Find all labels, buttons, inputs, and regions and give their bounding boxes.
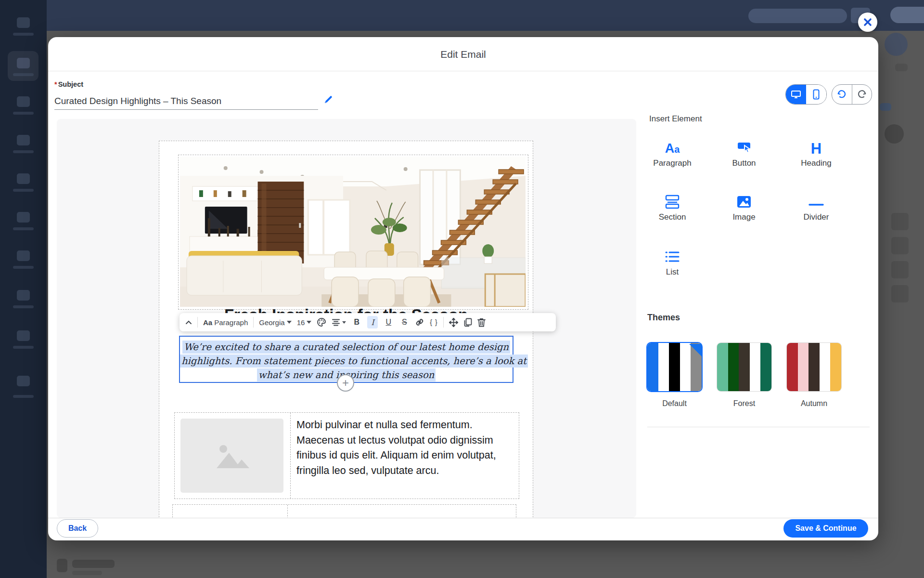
underline-button[interactable]: U xyxy=(383,316,394,328)
text-color-icon[interactable] xyxy=(317,317,326,327)
dimmed-footer-text xyxy=(72,560,115,568)
insert-element-title: Insert Element xyxy=(649,114,702,124)
column-divider xyxy=(287,505,288,518)
hero-image-block[interactable] xyxy=(178,155,528,310)
insert-divider[interactable]: Divider xyxy=(783,192,850,222)
duplicate-icon[interactable] xyxy=(463,318,472,327)
dimmed-round-button xyxy=(885,124,904,144)
paragraph-line: We’re excited to share a curated selecti… xyxy=(180,340,513,354)
undo-icon[interactable] xyxy=(832,85,852,104)
paragraph-line: highlights. From statement pieces to fun… xyxy=(180,354,513,368)
theme-autumn[interactable] xyxy=(787,343,841,391)
dimmed-left-sidebar xyxy=(0,0,47,578)
edit-email-modal: Edit Email *Subject Curated Design Highl… xyxy=(48,37,878,540)
sidebar-item xyxy=(0,208,47,242)
add-element-button[interactable]: + xyxy=(337,374,354,392)
image-placeholder[interactable] xyxy=(180,419,283,493)
move-handle-icon[interactable] xyxy=(449,318,458,327)
divider-icon xyxy=(783,192,850,210)
dimmed-tool-button xyxy=(891,213,909,230)
dimmed-footer-subtext xyxy=(72,571,102,575)
italic-button[interactable]: I xyxy=(367,316,378,328)
redo-icon[interactable] xyxy=(852,85,872,104)
list-icon xyxy=(639,247,706,264)
theme-label: Autumn xyxy=(787,399,841,408)
dimmed-link xyxy=(880,103,891,111)
toolbar-divider xyxy=(253,317,254,328)
insert-heading[interactable]: H Heading xyxy=(783,138,850,168)
column-divider xyxy=(290,413,291,499)
image-text-section[interactable]: Morbi pulvinar et nulla sed fermentum. M… xyxy=(174,412,519,499)
personalization-braces-button[interactable]: { } xyxy=(430,318,437,326)
theme-forest[interactable] xyxy=(717,343,771,391)
sidebar-item xyxy=(0,92,47,126)
footer-divider xyxy=(48,518,878,518)
toolbar-divider xyxy=(197,317,198,328)
close-icon[interactable] xyxy=(858,13,877,32)
next-section-block[interactable] xyxy=(172,504,516,518)
modal-title: Edit Email xyxy=(48,49,878,60)
dimmed-tool-button xyxy=(891,285,909,302)
required-asterisk: * xyxy=(54,80,57,88)
collapse-toolbar-icon[interactable] xyxy=(185,320,192,325)
dimmed-top-bar xyxy=(47,0,924,31)
theme-label: Forest xyxy=(717,399,771,408)
sidebar-item xyxy=(0,372,47,406)
dimmed-footer-icon xyxy=(57,559,67,572)
paragraph-icon: Aa xyxy=(639,138,706,156)
insert-button[interactable]: Button xyxy=(710,138,778,168)
strikethrough-button[interactable]: S xyxy=(399,316,410,328)
sidebar-item xyxy=(0,13,47,47)
theme-label: Default xyxy=(647,399,702,408)
sidebar-item xyxy=(0,170,47,203)
insert-image[interactable]: Image xyxy=(710,192,778,222)
dimmed-primary-button xyxy=(890,7,924,23)
mobile-view-icon[interactable] xyxy=(806,85,826,104)
text-align-dropdown[interactable] xyxy=(332,318,346,326)
image-icon xyxy=(710,192,778,210)
dimmed-tool-button xyxy=(891,237,909,254)
bold-button[interactable]: B xyxy=(351,316,362,328)
undo-redo-group xyxy=(832,84,872,105)
insert-paragraph[interactable]: Aa Paragraph xyxy=(639,138,706,168)
app-root: Edit Email *Subject Curated Design Highl… xyxy=(0,0,924,578)
sidebar-item xyxy=(0,286,47,320)
text-style-dropdown[interactable]: AaParagraph xyxy=(203,318,248,327)
heading-icon: H xyxy=(783,138,850,156)
edit-pencil-icon[interactable] xyxy=(323,95,333,106)
panel-divider xyxy=(647,427,870,427)
insert-section[interactable]: Section xyxy=(639,192,706,222)
preview-toggle xyxy=(785,84,827,105)
font-family-dropdown[interactable]: Georgia xyxy=(259,318,291,327)
selected-corner-fold xyxy=(689,344,702,356)
text-toolbar: AaParagraph Georgia 16 B I U xyxy=(180,313,556,331)
dimmed-avatar xyxy=(885,33,908,56)
font-size-dropdown[interactable]: 16 xyxy=(297,318,312,327)
living-room-image[interactable] xyxy=(180,157,526,307)
subject-input[interactable]: Curated Design Highlights – This Season xyxy=(54,94,318,110)
delete-trash-icon[interactable] xyxy=(477,318,486,327)
sidebar-item-active xyxy=(0,54,47,88)
themes-title: Themes xyxy=(647,313,680,323)
button-icon xyxy=(710,138,778,156)
subject-label: *Subject xyxy=(54,80,83,88)
dimmed-widget xyxy=(895,64,908,71)
section-icon xyxy=(639,192,706,210)
modal-header: Edit Email xyxy=(48,37,878,71)
insert-list[interactable]: List xyxy=(639,247,706,277)
body-text[interactable]: Morbi pulvinar et nulla sed fermentum. M… xyxy=(296,418,518,478)
back-button[interactable]: Back xyxy=(57,519,98,538)
save-continue-button[interactable]: Save & Continue xyxy=(783,519,868,538)
dimmed-tool-button xyxy=(891,261,909,278)
link-icon[interactable] xyxy=(415,318,424,327)
email-canvas: Fresh Inspiration for the Season AaParag… xyxy=(57,119,636,518)
sidebar-item xyxy=(0,131,47,165)
sidebar-item xyxy=(0,247,47,280)
desktop-view-icon[interactable] xyxy=(786,85,806,104)
dimmed-search-field xyxy=(748,9,847,23)
sidebar-item xyxy=(0,327,47,360)
toolbar-divider xyxy=(443,317,444,328)
